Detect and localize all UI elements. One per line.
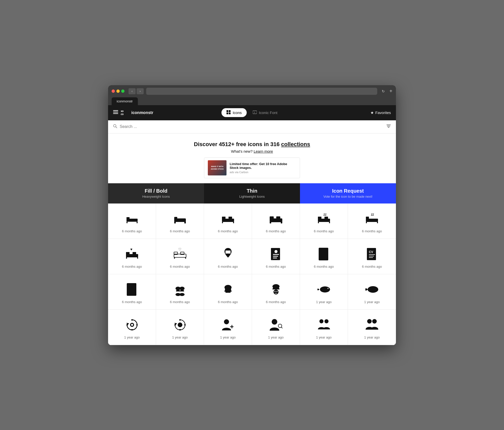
learn-more-link[interactable]: Learn more	[254, 149, 273, 153]
icon-time: 6 months ago	[362, 265, 382, 268]
svg-rect-74	[127, 283, 136, 296]
search-icon	[113, 124, 117, 129]
navbar-brand: xo co iconmonstr	[113, 109, 221, 117]
list-item[interactable]: ZZ 6 months ago	[348, 203, 396, 239]
svg-point-122	[324, 319, 329, 323]
filter-tab-fill-bold[interactable]: Fill / Bold Heavyweight Icons	[108, 183, 204, 203]
svg-point-121	[319, 319, 323, 323]
list-item[interactable]: 6 months ago	[108, 203, 156, 239]
close-button[interactable]	[112, 89, 115, 93]
filter-tab-request[interactable]: Icon Request Vote for the icon to be mad…	[300, 183, 396, 203]
nav-iconic-pill[interactable]: F Iconic Font	[248, 108, 282, 117]
list-item[interactable]: 6 months ago	[156, 274, 204, 310]
icon-time: 6 months ago	[122, 300, 142, 304]
svg-point-118	[272, 319, 277, 324]
address-bar[interactable]	[146, 88, 377, 95]
list-item[interactable]: ♡ 6 months ago	[156, 239, 204, 274]
svg-rect-56	[185, 257, 186, 259]
svg-rect-105	[131, 329, 133, 330]
svg-rect-49	[126, 257, 127, 259]
browser-tab[interactable]: iconmonstr	[112, 97, 138, 105]
svg-point-95	[274, 291, 275, 292]
list-item[interactable]: 1 year ago	[204, 310, 252, 345]
list-item[interactable]: CV 6 months ago	[348, 239, 396, 274]
list-item[interactable]: 6 months ago	[204, 239, 252, 274]
forward-button[interactable]: ›	[137, 88, 144, 94]
icon-time: 1 year ago	[220, 335, 236, 339]
svg-rect-39	[329, 222, 330, 223]
browser-chrome: ‹ › ↻ + iconmonstr	[108, 85, 396, 105]
list-item[interactable]: 6 months ago	[300, 239, 348, 274]
svg-rect-33	[281, 222, 282, 223]
list-item[interactable]: 6 months ago	[156, 203, 204, 239]
minimize-button[interactable]	[116, 89, 120, 93]
svg-point-124	[372, 319, 376, 323]
chef-face-icon	[268, 282, 284, 297]
cv-doc-icon	[316, 246, 332, 262]
svg-rect-50	[137, 257, 138, 259]
list-item[interactable]: 6 months ago	[204, 203, 252, 239]
svg-text:F: F	[254, 111, 255, 114]
search-input[interactable]	[120, 124, 386, 129]
icon-time: 6 months ago	[218, 265, 238, 268]
ad-main-text: Limited time offer: Get 10 free Adobe St…	[230, 162, 296, 170]
list-item[interactable]: 1 year ago	[108, 310, 156, 345]
bed-sleep2-icon: ZZ	[364, 211, 380, 226]
list-item[interactable]: 1 year ago	[252, 310, 300, 345]
list-item[interactable]: 6 months ago	[252, 203, 300, 239]
svg-rect-32	[270, 222, 271, 223]
filter-tabs: Fill / Bold Heavyweight Icons Thin Light…	[108, 183, 396, 203]
filter-icon[interactable]	[386, 124, 391, 130]
list-item[interactable]: 6 months ago	[252, 239, 300, 274]
favorites-button[interactable]: ★ Favorites	[370, 110, 391, 115]
brand-logo: xo co	[121, 109, 129, 117]
svg-rect-17	[127, 217, 130, 219]
list-item[interactable]: 1 year ago	[300, 310, 348, 345]
icon-time: 6 months ago	[218, 229, 238, 233]
icon-time: 1 year ago	[364, 300, 380, 304]
collections-link[interactable]: collections	[281, 141, 310, 147]
filter-tab-thin[interactable]: Thin Lightweight Icons	[204, 183, 300, 203]
nav-icons-pill[interactable]: Icons	[221, 108, 247, 117]
ad-sub-text: ads via Carbon	[230, 171, 296, 174]
icons-label: Icons	[233, 110, 242, 115]
svg-rect-114	[184, 324, 186, 326]
list-item[interactable]: ♥ 6 months ago	[108, 239, 156, 274]
new-tab-button[interactable]: +	[389, 88, 392, 94]
browser-controls: ‹ › ↻ +	[112, 88, 392, 95]
svg-rect-7	[226, 112, 228, 114]
nav-buttons: ‹ ›	[129, 88, 144, 94]
svg-text:CV: CV	[369, 250, 373, 254]
svg-rect-112	[179, 329, 181, 330]
list-item[interactable]: CV 6 months ago	[108, 274, 156, 310]
reload-button[interactable]: ↻	[382, 89, 385, 93]
hamburger-icon[interactable]	[113, 109, 118, 116]
svg-rect-22	[174, 222, 175, 223]
list-item[interactable]: 6 months ago	[252, 274, 300, 310]
list-item[interactable]: 1 year ago	[300, 274, 348, 310]
people-two-icon	[316, 317, 332, 332]
list-item[interactable]: 1 year ago	[348, 310, 396, 345]
svg-point-115	[224, 319, 229, 324]
maximize-button[interactable]	[121, 89, 124, 93]
cv-outline-icon: CV	[124, 282, 140, 297]
list-item[interactable]: 1 year ago	[348, 274, 396, 310]
list-item[interactable]: ZZ 6 months ago	[300, 203, 348, 239]
svg-text:♡: ♡	[178, 247, 182, 251]
svg-rect-58	[225, 252, 231, 254]
svg-rect-31	[276, 217, 280, 219]
icon-time: 6 months ago	[218, 300, 238, 304]
svg-rect-62	[273, 256, 278, 257]
svg-rect-2	[113, 113, 118, 114]
svg-point-96	[276, 291, 278, 292]
navbar-right: ★ Favorites	[283, 110, 391, 115]
list-item[interactable]: 6 months ago	[204, 274, 252, 310]
svg-rect-27	[222, 222, 223, 223]
list-item[interactable]: 1 year ago	[156, 310, 204, 345]
bed-sleep-icon: ZZ	[316, 211, 332, 226]
back-button[interactable]: ‹	[129, 88, 136, 94]
svg-rect-30	[270, 217, 273, 219]
svg-rect-92	[273, 286, 279, 288]
icon-time: 6 months ago	[266, 229, 286, 233]
favorites-label: Favorites	[375, 110, 391, 115]
